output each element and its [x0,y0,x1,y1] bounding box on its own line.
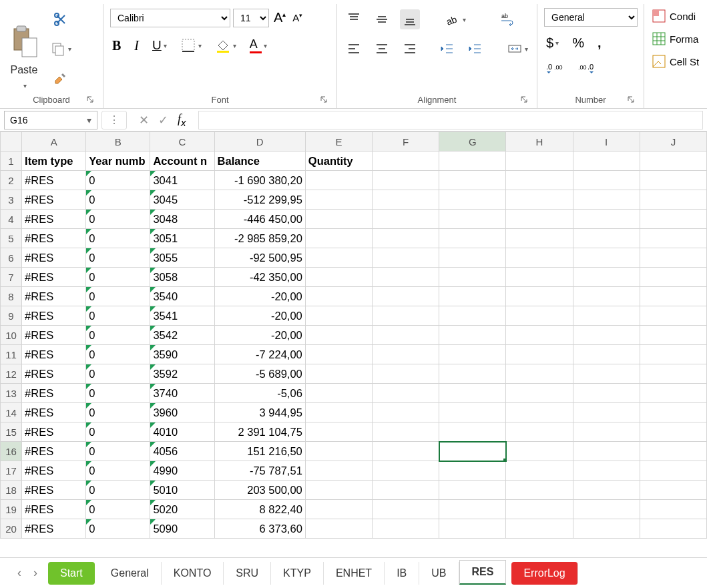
row-header-14[interactable]: 14 [1,403,22,422]
cell[interactable]: #RES [22,461,86,481]
cell[interactable] [305,190,372,210]
cell[interactable]: 0 [86,422,150,442]
cell[interactable] [506,229,573,248]
cell[interactable]: 4010 [150,422,214,442]
cell[interactable]: 2 391 104,75 [214,422,305,442]
cell[interactable]: 0 [86,190,150,210]
cell[interactable] [439,461,506,481]
cell[interactable] [373,519,439,539]
cell[interactable]: 0 [86,384,150,403]
cell[interactable] [439,481,506,500]
cell[interactable] [439,152,506,171]
cell[interactable]: 3740 [150,384,214,403]
font-color-button[interactable]: A [248,35,269,55]
cell[interactable] [373,229,439,248]
cell[interactable] [373,500,439,519]
cell[interactable]: 3542 [150,326,214,345]
col-header-G[interactable]: G [439,132,506,152]
cell[interactable]: 3051 [150,229,214,248]
fill-color-button[interactable] [213,35,238,55]
cell[interactable] [640,248,706,268]
cell[interactable] [305,306,372,326]
formula-input[interactable] [198,111,703,129]
cell[interactable]: -92 500,95 [214,248,305,268]
cell[interactable]: 8 822,40 [214,500,305,519]
cell[interactable] [439,229,506,248]
cell[interactable]: 0 [86,461,150,481]
cell[interactable] [573,210,640,229]
cell[interactable] [373,481,439,500]
cell[interactable]: 0 [86,171,150,190]
cell[interactable]: 3041 [150,171,214,190]
col-header-F[interactable]: F [373,132,439,152]
cell[interactable] [439,171,506,190]
cell[interactable] [506,268,573,287]
decrease-indent-button[interactable] [437,39,457,59]
cell[interactable]: #RES [22,248,86,268]
cell[interactable] [573,461,640,481]
cell[interactable]: 151 216,50 [214,442,305,461]
header-cell[interactable]: Balance [214,152,305,171]
header-cell[interactable]: Account n [150,152,214,171]
cell[interactable]: 0 [86,364,150,384]
cell[interactable] [573,171,640,190]
cell[interactable]: 3045 [150,190,214,210]
sheet-tab-ib[interactable]: IB [385,562,419,585]
cell[interactable]: #RES [22,442,86,461]
cell[interactable] [439,519,506,539]
cell[interactable]: 5090 [150,519,214,539]
cell[interactable] [573,306,640,326]
cell[interactable]: 5010 [150,481,214,500]
paste-dropdown[interactable] [21,79,27,91]
cell[interactable] [305,248,372,268]
cell[interactable] [506,403,573,422]
cell[interactable] [373,190,439,210]
cell[interactable] [439,442,506,461]
align-bottom-button[interactable] [400,9,420,29]
cell[interactable] [506,248,573,268]
row-header-10[interactable]: 10 [1,326,22,345]
cell[interactable] [573,422,640,442]
cell[interactable]: 6 373,60 [214,519,305,539]
cell[interactable] [573,519,640,539]
cell[interactable]: 3590 [150,345,214,364]
cell[interactable] [373,171,439,190]
cell[interactable] [573,152,640,171]
cell[interactable] [506,190,573,210]
row-header-18[interactable]: 18 [1,481,22,500]
cell[interactable] [305,461,372,481]
cell[interactable] [573,345,640,364]
worksheet-grid[interactable]: ABCDEFGHIJ1Item typeYear numbAccount nBa… [0,131,707,557]
cell[interactable] [305,481,372,500]
cell[interactable] [373,345,439,364]
cell[interactable] [373,306,439,326]
align-right-button[interactable] [400,39,420,59]
cell[interactable] [640,384,706,403]
cell[interactable] [506,345,573,364]
cell[interactable] [573,364,640,384]
cell[interactable]: 3960 [150,403,214,422]
col-header-B[interactable]: B [86,132,150,152]
cell[interactable] [506,210,573,229]
cell[interactable]: #RES [22,268,86,287]
copy-button[interactable] [48,39,73,59]
cell[interactable] [506,461,573,481]
more-icon[interactable]: ⋮ [106,113,122,126]
cell[interactable] [305,519,372,539]
format-table-button[interactable]: Forma [651,31,700,47]
sheet-tab-enhet[interactable]: ENHET [324,562,385,585]
cell[interactable] [506,442,573,461]
cell[interactable] [640,519,706,539]
cell[interactable] [373,422,439,442]
cell[interactable] [573,326,640,345]
cell[interactable] [506,326,573,345]
cell[interactable] [373,152,439,171]
cell[interactable] [373,287,439,306]
cell[interactable]: -2 985 859,20 [214,229,305,248]
cell[interactable]: 0 [86,519,150,539]
cell[interactable]: 3540 [150,287,214,306]
cell[interactable] [573,384,640,403]
cell[interactable] [373,248,439,268]
cell[interactable]: #RES [22,171,86,190]
merge-button[interactable] [505,39,530,59]
